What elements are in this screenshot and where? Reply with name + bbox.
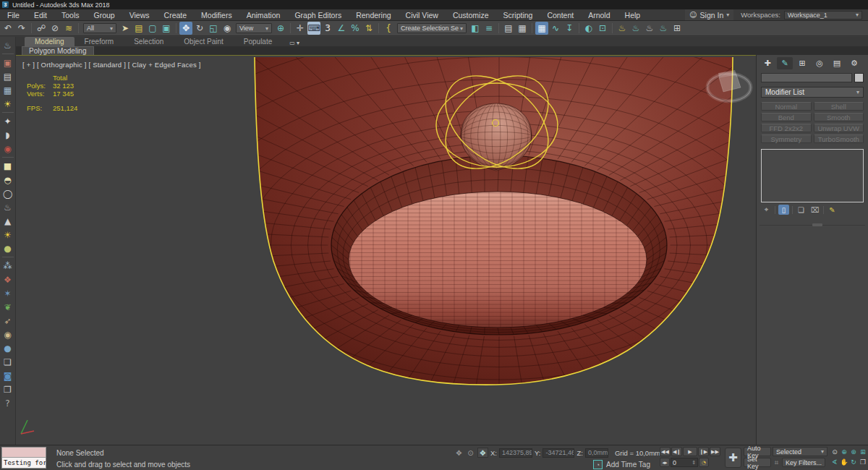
time-tag-icon[interactable]: ◔ — [593, 460, 603, 469]
menu-arnold[interactable]: Arnold — [581, 9, 617, 20]
orbit-icon[interactable]: ↻ — [849, 457, 858, 466]
render-production-teapot-icon[interactable]: ♨ — [616, 22, 629, 35]
modifier-button-smooth[interactable]: Smooth — [814, 113, 864, 121]
maximize-viewport-icon[interactable]: ❐ — [859, 457, 867, 466]
motion-tab-icon[interactable]: ◎ — [812, 57, 827, 69]
modifier-button-turbosmooth[interactable]: TurboSmooth — [814, 134, 864, 143]
blue-sphere-icon[interactable]: ● — [1, 341, 15, 355]
menu-file[interactable]: File — [0, 9, 27, 20]
named-selection-set-combo[interactable]: Create Selection Se▾ — [397, 23, 467, 33]
add-time-tag-label[interactable]: Add Time Tag — [606, 461, 650, 469]
dome-primitive-icon[interactable]: ◓ — [1, 173, 15, 187]
select-and-manipulate-icon[interactable]: ✛ — [294, 22, 307, 35]
panel-divider[interactable] — [760, 225, 865, 226]
spinner-snap-icon[interactable]: ⇅ — [362, 22, 375, 35]
isolate-selection-icon[interactable]: ✥ — [454, 448, 464, 458]
menu-edit[interactable]: Edit — [27, 9, 54, 20]
workspace-dropdown[interactable]: Workspace_1 ▾ — [784, 11, 862, 20]
snaps-toggle-icon[interactable]: 3 — [321, 22, 334, 35]
schematic-view-icon[interactable]: ↧ — [563, 22, 576, 35]
spreadsheet-icon[interactable]: ▦ — [1, 83, 15, 97]
render-in-cloud-teapot-icon[interactable]: ♨ — [629, 22, 642, 35]
pin-stack-icon[interactable]: ⌖ — [761, 205, 772, 215]
schematic-list-icon[interactable]: ▤ — [1, 69, 15, 83]
z-coordinate-field[interactable]: 0,0mm — [585, 448, 608, 458]
listener-script-row[interactable]: Testing for i — [2, 458, 46, 468]
key-filter-icon[interactable]: ⌗ — [773, 458, 780, 467]
render-setup-icon[interactable]: ⊡ — [596, 22, 609, 35]
mirror-icon[interactable]: ◧ — [469, 22, 482, 35]
make-unique-icon[interactable]: ❏ — [796, 205, 807, 215]
transform-type-in-icon[interactable]: ✥ — [477, 448, 488, 458]
material-editor-icon[interactable]: ◐ — [582, 22, 595, 35]
remove-modifier-icon[interactable]: ⌧ — [809, 205, 820, 215]
menu-graph-editors[interactable]: Graph Editors — [287, 9, 349, 20]
render-teapot-icon[interactable]: ♨ — [1, 38, 15, 52]
ribbon-tab-selection[interactable]: Selection — [124, 37, 174, 46]
half-dome-icon[interactable]: ◗ — [1, 128, 15, 142]
tab-polygon-modeling[interactable]: Polygon Modeling — [22, 46, 94, 55]
molecule-spheres-icon[interactable]: ❖ — [1, 273, 15, 286]
cone-primitive-icon[interactable]: ▲ — [1, 214, 15, 228]
modifier-button-ffd-2x2x2[interactable]: FFD 2x2x2 — [761, 124, 812, 132]
field-of-view-icon[interactable]: ∢ — [830, 457, 839, 466]
y-coordinate-field[interactable]: -34721,46 — [542, 448, 574, 458]
time-configuration-icon[interactable]: ◔ — [699, 458, 709, 467]
play-button[interactable]: ▶ — [683, 447, 697, 456]
modifier-button-normal[interactable]: Normal — [761, 102, 812, 111]
zoom-all-icon[interactable]: ⊕ — [840, 447, 848, 456]
current-frame-field[interactable]: 0 ⇕ — [671, 458, 698, 467]
box-primitive-icon[interactable]: ■ — [1, 159, 15, 173]
object-color-swatch[interactable] — [854, 73, 864, 82]
go-to-end-button[interactable]: ▶▶ — [710, 447, 720, 456]
select-object-icon[interactable]: ➤ — [119, 22, 132, 35]
angle-snap-icon[interactable]: ∠ — [335, 22, 348, 35]
zoom-extents-all-icon[interactable]: ⊞ — [859, 447, 867, 456]
menu-customize[interactable]: Customize — [446, 9, 496, 20]
select-and-rotate-icon[interactable]: ↻ — [193, 22, 206, 35]
show-end-result-icon[interactable]: ▯ — [778, 205, 789, 215]
render-last-teapot-icon[interactable]: ♨ — [657, 22, 670, 35]
select-and-place-icon[interactable]: ◉ — [221, 22, 234, 35]
unlink-selection-icon[interactable]: ⊘ — [48, 22, 61, 35]
configure-modifier-sets-icon[interactable]: ✎ — [827, 205, 838, 215]
key-mode-dropdown[interactable]: Selected ▾ — [773, 447, 827, 456]
render-iterative-teapot-icon[interactable]: ♨ — [643, 22, 656, 35]
utilities-tab-icon[interactable]: ⚙ — [846, 57, 862, 69]
spotlight-icon[interactable]: ✦ — [1, 114, 15, 128]
foliage-icon[interactable]: ❦ — [1, 300, 15, 314]
create-tab-icon[interactable]: ✚ — [760, 57, 775, 69]
select-and-move-icon[interactable]: ✥ — [179, 22, 192, 35]
ribbon-tab-modeling[interactable]: Modeling — [25, 37, 75, 46]
menu-create[interactable]: Create — [157, 9, 195, 20]
zoom-icon[interactable]: ⊙ — [830, 447, 839, 456]
modifier-button-unwrap-uvw[interactable]: Unwrap UVW — [814, 124, 864, 132]
listener-macro-row[interactable] — [2, 448, 46, 458]
edit-named-selection-sets-icon[interactable]: { — [382, 22, 395, 35]
rain-particles-icon[interactable]: ⁂ — [1, 259, 15, 273]
menu-rendering[interactable]: Rendering — [349, 9, 398, 20]
sign-in-button[interactable]: ☺ Sign In ▾ — [685, 9, 733, 20]
object-name-field[interactable] — [761, 73, 852, 82]
menu-content[interactable]: Content — [540, 9, 581, 20]
teapot-primitive-icon[interactable]: ♨ — [1, 200, 15, 214]
selection-lock-icon[interactable]: ⊙ — [466, 448, 475, 458]
planet-icon[interactable]: ● — [1, 242, 15, 255]
menu-help[interactable]: Help — [618, 9, 648, 20]
document-icon[interactable]: ❐ — [1, 383, 15, 396]
ribbon-toggle-icon[interactable]: ▦ — [535, 22, 548, 35]
key-mode-toggle-icon[interactable]: ◂▸ — [660, 458, 670, 467]
sphere-primitive-icon[interactable]: ◯ — [1, 187, 15, 200]
selection-filter-dropdown[interactable]: All▾ — [83, 23, 116, 33]
shell-icon[interactable]: ◉ — [1, 328, 15, 341]
menu-scripting[interactable]: Scripting — [496, 9, 540, 20]
image-viewer-icon[interactable]: ▣ — [1, 56, 15, 69]
viewport-header[interactable]: [ + ] [ Orthographic ] [ Standard ] [ Cl… — [22, 61, 201, 69]
menu-views[interactable]: Views — [122, 9, 157, 20]
next-frame-button[interactable]: ❙▶ — [698, 447, 709, 456]
scene-explorer-icon[interactable]: ▤ — [502, 22, 515, 35]
percent-snap-icon[interactable]: % — [349, 22, 362, 35]
ribbon-collapse-control[interactable]: ▭ ▾ — [289, 40, 299, 46]
camera-icon[interactable]: ◉ — [1, 142, 15, 155]
asteroid-icon[interactable]: ✶ — [1, 286, 15, 300]
